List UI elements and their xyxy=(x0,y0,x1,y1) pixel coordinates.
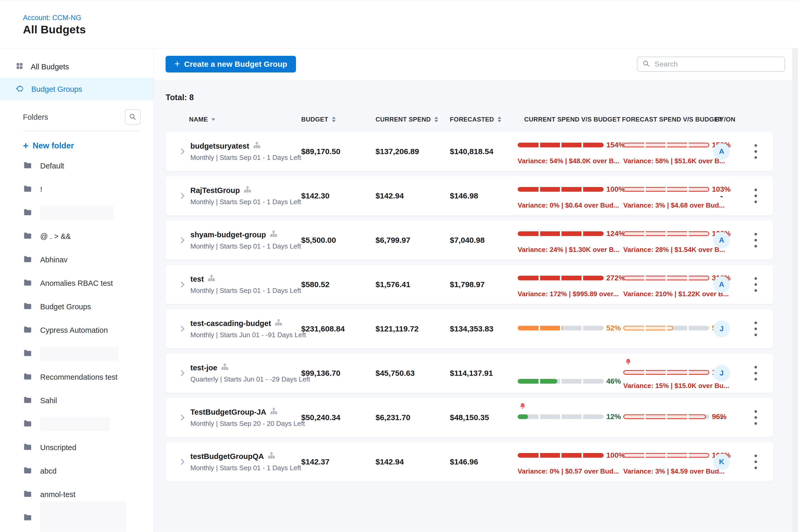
dot xyxy=(755,156,757,159)
byon-avatar[interactable]: K xyxy=(713,454,730,470)
folder-item-recommendations-test[interactable]: Recommendations test xyxy=(0,365,154,389)
current-vs-budget-bar: 272% xyxy=(518,274,623,282)
column-header-forecast-spend-v-s-budget: FORECAST SPEND V/S BUDGET xyxy=(622,116,722,123)
expand-chevron-icon[interactable] xyxy=(178,457,187,466)
byon-avatar[interactable]: A xyxy=(713,276,730,293)
spend-bars: 124%128% xyxy=(518,229,729,238)
forecasted-value: $114,137.91 xyxy=(450,369,493,378)
budget-group-name-block: shyam-budget-groupMonthly | Starts Sep 0… xyxy=(190,230,301,250)
folder-item-abhinav[interactable]: Abhinav xyxy=(0,248,154,271)
current-vs-budget-bar-fill xyxy=(518,142,604,147)
row-actions-menu-icon[interactable] xyxy=(752,407,760,428)
table-body: budgetsuryatestMonthly | Starts Sep 01 -… xyxy=(166,132,786,481)
hierarchy-icon xyxy=(244,186,251,195)
expand-chevron-icon[interactable] xyxy=(178,147,187,156)
sort-up-icon xyxy=(498,117,501,119)
folder-item-unscripted[interactable]: Unscripted xyxy=(0,436,154,459)
dot xyxy=(755,239,757,242)
folder-item-abcd[interactable]: abcd xyxy=(0,459,154,483)
budget-group-name[interactable]: testBudgetGroupQA xyxy=(190,452,264,460)
folder-item-anomalies-rbac-test[interactable]: Anomalies RBAC test xyxy=(0,271,154,295)
expand-chevron-icon[interactable] xyxy=(178,191,187,200)
search-input[interactable] xyxy=(654,60,779,69)
expand-chevron-icon[interactable] xyxy=(178,280,187,289)
redacted-folder-name xyxy=(40,501,126,532)
spend-bars: 100%103% xyxy=(518,185,729,193)
expand-chevron-icon[interactable] xyxy=(178,413,187,422)
folder-item-item[interactable]: ! xyxy=(0,177,154,201)
sort-up-icon xyxy=(435,117,438,119)
dot xyxy=(755,289,757,292)
column-header-budget[interactable]: BUDGET xyxy=(301,116,336,123)
column-header-current-spend[interactable]: CURRENT SPEND xyxy=(376,116,438,123)
bar-segment-gaps xyxy=(518,414,604,419)
spend-bars: 272%310% xyxy=(518,274,729,282)
byon-avatar[interactable]: J xyxy=(713,365,730,382)
budget-group-name[interactable]: shyam-budget-group xyxy=(190,230,266,239)
sort-down-icon xyxy=(435,120,438,122)
row-actions-menu-icon[interactable] xyxy=(752,452,760,472)
account-breadcrumb[interactable]: Account: CCM-NG xyxy=(23,14,81,22)
dot xyxy=(755,334,757,336)
column-header-forecasted[interactable]: FORECASTED xyxy=(450,116,501,123)
budget-group-name[interactable]: budgetsuryatest xyxy=(190,141,249,150)
sort-arrows-icon[interactable] xyxy=(498,117,501,122)
expand-chevron-icon[interactable] xyxy=(178,369,187,378)
dot xyxy=(755,233,757,235)
create-budget-group-button[interactable]: + Create a new Budget Group xyxy=(166,56,296,73)
folder-item-redacted[interactable] xyxy=(0,412,154,436)
variance-row: Variance: 24% | $1.30K over B...Variance… xyxy=(518,246,729,254)
budget-value: $99,136.70 xyxy=(301,369,340,378)
sort-arrows-icon[interactable] xyxy=(332,117,336,122)
scrollbar-track[interactable] xyxy=(792,49,798,532)
budget-group-name[interactable]: test-cascading-budget xyxy=(190,319,271,327)
budget-group-name[interactable]: TestBudgetGroup-JA xyxy=(190,407,266,416)
current-vs-budget-bar-fill xyxy=(518,276,604,280)
folder-icon xyxy=(23,442,32,453)
sidebar-item-budget-groups[interactable]: Budget Groups xyxy=(0,78,154,100)
sort-arrows-icon[interactable] xyxy=(435,117,438,122)
budget-group-name[interactable]: RajTestGroup xyxy=(190,186,240,194)
budget-group-name[interactable]: test-joe xyxy=(190,363,217,372)
table-row: testMonthly | Starts Sep 01 - 1 Days Lef… xyxy=(166,265,773,304)
row-actions-menu-icon[interactable] xyxy=(752,186,760,206)
folder-item-cypress-automation[interactable]: Cypress Automation xyxy=(0,318,154,342)
folder-item-budget-groups[interactable]: Budget Groups xyxy=(0,295,154,318)
toolbar: + Create a new Budget Group xyxy=(154,48,798,80)
search-icon xyxy=(643,60,650,68)
row-actions-menu-icon[interactable] xyxy=(752,141,760,162)
current-vs-budget-bar-fill xyxy=(518,187,604,192)
byon-avatar[interactable]: A xyxy=(713,143,730,160)
row-actions-menu-icon[interactable] xyxy=(752,363,760,383)
current-vs-budget-bar-fill xyxy=(518,231,604,236)
divider xyxy=(23,131,140,131)
create-budget-group-label: Create a new Budget Group xyxy=(184,60,287,69)
folder-item-redacted[interactable] xyxy=(0,201,154,225)
byon-avatar[interactable]: J xyxy=(713,321,730,337)
folder-item-redacted[interactable] xyxy=(0,342,154,365)
current-variance-text xyxy=(518,382,623,390)
row-actions-menu-icon[interactable] xyxy=(752,274,760,294)
byon-avatar[interactable]: A xyxy=(713,232,730,249)
sidebar-item-all-budgets[interactable]: All Budgets xyxy=(0,56,154,78)
folder-search-button[interactable] xyxy=(125,109,140,125)
spend-bars: 100%103% xyxy=(518,451,729,459)
folder-name: ! xyxy=(40,185,42,194)
current-vs-budget-bar-track xyxy=(518,414,604,419)
dot xyxy=(755,378,757,380)
folder-item-sahil[interactable]: Sahil xyxy=(0,389,154,412)
folder-icon xyxy=(23,231,32,242)
budget-group-name[interactable]: test xyxy=(190,274,204,283)
folder-item-redacted[interactable] xyxy=(0,506,154,530)
folder-item-item[interactable]: @ . > && xyxy=(0,225,154,248)
column-header-name[interactable]: NAME xyxy=(189,116,215,123)
expand-chevron-icon[interactable] xyxy=(178,324,187,333)
budget-group-name-block: budgetsuryatestMonthly | Starts Sep 01 -… xyxy=(190,141,301,162)
expand-chevron-icon[interactable] xyxy=(178,236,187,245)
new-folder-button[interactable]: + New folder xyxy=(21,140,76,152)
variance-row: Variance: 0% | $0.64 over Bud...Variance… xyxy=(518,201,729,209)
folder-item-default[interactable]: Default xyxy=(0,154,154,177)
current-vs-budget-bar: 100% xyxy=(518,185,623,193)
row-actions-menu-icon[interactable] xyxy=(752,319,760,339)
row-actions-menu-icon[interactable] xyxy=(752,230,760,250)
